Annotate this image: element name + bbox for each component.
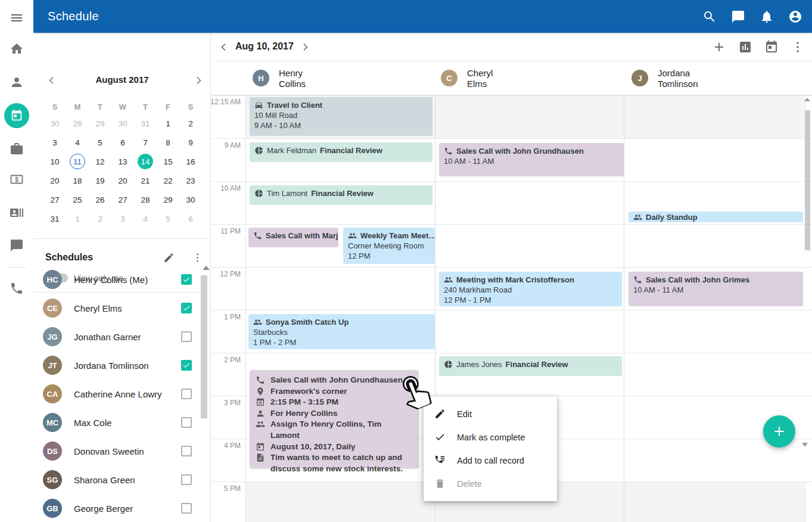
- list-item-person[interactable]: HC Henry Collins (Me): [33, 265, 211, 294]
- menu-item-mark-as-complete[interactable]: Mark as complete: [424, 425, 557, 449]
- hamburger-menu-icon[interactable]: [10, 11, 24, 25]
- chart-icon[interactable]: [738, 40, 752, 54]
- briefcase-icon[interactable]: [10, 142, 24, 156]
- nav-item-calendar-active[interactable]: [4, 103, 29, 128]
- next-day-icon[interactable]: [300, 42, 310, 52]
- day-cell[interactable]: 5: [89, 133, 111, 152]
- day-cell[interactable]: 2: [89, 209, 111, 228]
- list-scroll-up-icon[interactable]: [203, 266, 210, 270]
- person-icon[interactable]: [10, 75, 24, 89]
- account-icon[interactable]: [788, 10, 802, 24]
- day-cell[interactable]: 3: [111, 209, 134, 228]
- day-cell[interactable]: 28: [66, 114, 89, 133]
- add-icon[interactable]: [712, 40, 726, 54]
- day-cell[interactable]: 20: [43, 171, 66, 190]
- list-item-person[interactable]: MC Max Cole: [33, 408, 211, 437]
- event-financial-review[interactable]: Tim Lamont Financial Review: [250, 185, 433, 205]
- list-item-person[interactable]: DS Donovan Sweetin: [33, 437, 211, 465]
- list-scrollbar-thumb[interactable]: [201, 275, 207, 418]
- day-cell[interactable]: 31: [43, 209, 66, 228]
- scroll-up-icon[interactable]: [804, 98, 810, 101]
- day-cell[interactable]: 5: [157, 209, 179, 228]
- mini-cal-next-icon[interactable]: [193, 75, 204, 86]
- event-catch-up[interactable]: Sonya Smith Catch Up Starbucks 1 PM - 2 …: [248, 314, 435, 349]
- column-header[interactable]: HenryCollins: [279, 68, 306, 89]
- schedules-more-icon[interactable]: [192, 252, 203, 263]
- day-cell-outlined[interactable]: 11: [66, 152, 89, 171]
- day-cell[interactable]: 22: [157, 171, 179, 190]
- day-cell[interactable]: 4: [66, 133, 89, 152]
- event-travel-to-client[interactable]: Travel to Client 10 Mill Road 9 AM - 10 …: [250, 97, 433, 136]
- day-cell[interactable]: 28: [134, 190, 157, 209]
- day-cell[interactable]: 19: [89, 171, 111, 190]
- chat-icon[interactable]: [731, 10, 745, 24]
- person-checkbox[interactable]: [181, 360, 192, 371]
- day-cell[interactable]: 26: [89, 190, 111, 209]
- list-item-person[interactable]: CA Catherine Anne Lowry: [33, 380, 211, 408]
- contact-cards-icon[interactable]: [10, 206, 24, 220]
- day-cell[interactable]: 9: [179, 133, 202, 152]
- day-cell[interactable]: 3: [43, 133, 66, 152]
- day-cell[interactable]: 6: [111, 133, 134, 152]
- phone-icon[interactable]: [10, 281, 24, 296]
- day-cell[interactable]: 8: [157, 133, 179, 152]
- event-sales-call[interactable]: Sales Call with John Grimes 10 AM - 11 A…: [629, 272, 803, 306]
- day-cell[interactable]: 25: [66, 190, 89, 209]
- day-cell[interactable]: 30: [179, 190, 202, 209]
- column-header[interactable]: CherylElms: [467, 68, 493, 89]
- list-item-person[interactable]: GB George Berger: [33, 494, 211, 522]
- day-cell[interactable]: 30: [43, 114, 66, 133]
- menu-item-add-to-call-record[interactable]: Add to call record: [424, 449, 557, 472]
- list-item-person[interactable]: CE Cheryl Elms: [33, 294, 211, 322]
- list-item-person[interactable]: SG Sharona Green: [33, 465, 211, 494]
- scroll-down-icon[interactable]: [802, 443, 808, 447]
- event-weekly-team-meeting[interactable]: Weekly Team Meet… Corner Meeting Room 12…: [343, 228, 435, 264]
- day-cell[interactable]: 18: [66, 171, 89, 190]
- list-item-person[interactable]: JT Jordana Tomlinson: [33, 351, 211, 380]
- edit-schedules-icon[interactable]: [163, 252, 175, 263]
- prev-day-icon[interactable]: [219, 42, 229, 52]
- event-financial-review[interactable]: James Jones Financial Review: [439, 356, 622, 376]
- menu-item-edit[interactable]: Edit: [424, 402, 557, 425]
- home-icon[interactable]: [10, 42, 24, 56]
- day-cell[interactable]: 1: [66, 209, 89, 228]
- day-cell[interactable]: 29: [89, 114, 111, 133]
- person-checkbox[interactable]: [181, 331, 192, 342]
- calendar-day-icon[interactable]: [764, 40, 779, 54]
- day-cell[interactable]: 23: [179, 171, 202, 190]
- day-cell[interactable]: 13: [111, 152, 134, 171]
- day-cell[interactable]: 1: [157, 114, 179, 133]
- day-cell[interactable]: 30: [111, 114, 134, 133]
- person-checkbox[interactable]: [181, 389, 192, 399]
- day-cell[interactable]: 7: [134, 133, 157, 152]
- day-cell[interactable]: 6: [179, 209, 202, 228]
- day-cell-selected[interactable]: 14: [134, 152, 157, 171]
- messages-icon[interactable]: [10, 238, 24, 253]
- person-checkbox[interactable]: [181, 474, 192, 485]
- day-cell[interactable]: 16: [179, 152, 202, 171]
- event-meeting[interactable]: Meeting with Mark Cristofferson 240 Mark…: [439, 272, 622, 306]
- event-financial-review[interactable]: Mark Feldman Financial Review: [250, 142, 433, 162]
- person-checkbox[interactable]: [181, 303, 192, 313]
- search-icon[interactable]: [702, 10, 717, 24]
- column-header[interactable]: JordanaTomlinson: [658, 68, 698, 89]
- day-cell[interactable]: 12: [89, 152, 111, 171]
- date-label[interactable]: Aug 10, 2017: [235, 41, 294, 52]
- day-cell[interactable]: 31: [134, 114, 157, 133]
- person-checkbox[interactable]: [181, 417, 192, 428]
- day-cell[interactable]: 21: [134, 171, 157, 190]
- day-cell[interactable]: 2: [179, 114, 202, 133]
- person-checkbox[interactable]: [181, 446, 192, 456]
- money-icon[interactable]: [10, 172, 24, 187]
- notifications-icon[interactable]: [760, 10, 774, 24]
- scrollbar-thumb[interactable]: [805, 110, 810, 250]
- add-event-fab[interactable]: [763, 415, 795, 448]
- event-daily-standup[interactable]: Daily Standup: [629, 212, 803, 222]
- menu-item-delete[interactable]: Delete: [424, 472, 557, 495]
- more-options-icon[interactable]: [791, 40, 805, 54]
- person-checkbox[interactable]: [181, 503, 192, 514]
- event-sales-call[interactable]: Sales Call with Marj…: [248, 228, 338, 247]
- day-cell[interactable]: 20: [111, 171, 134, 190]
- day-cell[interactable]: 4: [134, 209, 157, 228]
- day-cell[interactable]: 27: [43, 190, 66, 209]
